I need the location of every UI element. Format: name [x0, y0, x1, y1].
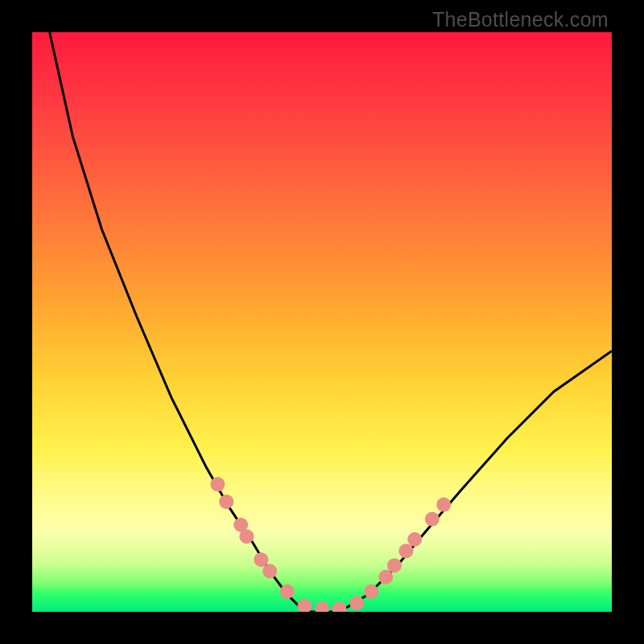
marker-dot	[219, 494, 233, 509]
watermark-text: TheBottleneck.com	[432, 8, 609, 31]
marker-dot	[210, 477, 225, 492]
marker-dot	[425, 512, 440, 526]
marker-dot	[262, 564, 277, 579]
marker-dot	[254, 552, 268, 567]
bottleneck-curve-path	[50, 32, 612, 612]
chart-plot-area	[32, 32, 612, 612]
marker-dot	[280, 584, 295, 599]
marker-dot	[387, 558, 402, 572]
marker-dot	[364, 584, 378, 599]
marker-dot	[349, 596, 364, 610]
marker-dot	[315, 601, 329, 612]
marker-dot	[407, 532, 422, 547]
chart-svg	[32, 32, 612, 612]
chart-frame: TheBottleneck.com	[0, 0, 644, 644]
marker-dot	[239, 529, 254, 543]
marker-dot	[378, 570, 393, 584]
marker-dot	[332, 601, 347, 612]
marker-dot	[297, 599, 312, 612]
marker-group	[210, 477, 451, 612]
marker-dot	[436, 497, 451, 512]
marker-dot	[398, 543, 413, 558]
